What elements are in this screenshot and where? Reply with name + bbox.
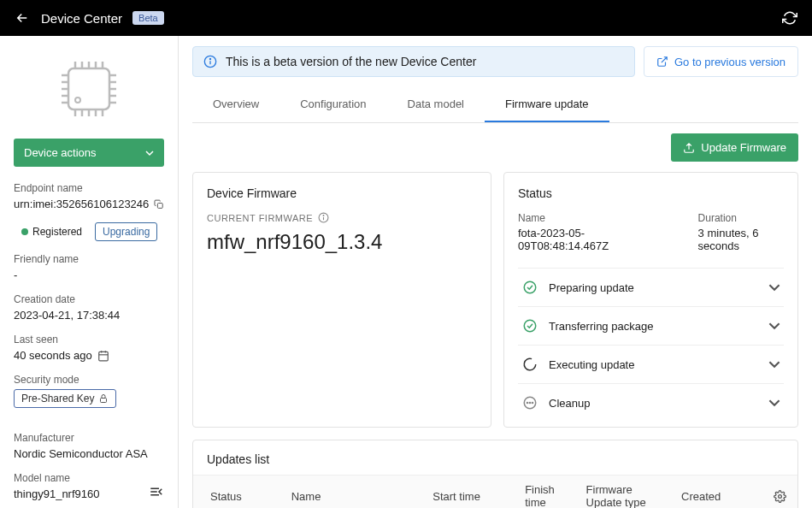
tab-data-model[interactable]: Data model xyxy=(387,87,485,122)
creation-value: 2023-04-21, 17:38:44 xyxy=(14,309,164,322)
step-cleanup[interactable]: Cleanup xyxy=(518,383,784,422)
chevron-down-icon xyxy=(145,149,154,157)
device-firmware-title: Device Firmware xyxy=(207,186,477,200)
registered-chip: Registered xyxy=(14,222,90,241)
collapse-sidebar-button[interactable] xyxy=(149,484,164,499)
model-label: Model name xyxy=(14,472,164,484)
svg-point-37 xyxy=(527,402,527,403)
svg-point-33 xyxy=(323,216,324,216)
svg-point-40 xyxy=(779,494,782,498)
device-actions-dropdown[interactable]: Device actions xyxy=(14,139,164,167)
status-name-label: Name xyxy=(518,212,647,224)
svg-point-34 xyxy=(524,281,536,293)
status-dot-icon xyxy=(21,228,28,235)
status-duration-label: Duration xyxy=(698,212,784,224)
step-preparing[interactable]: Preparing update xyxy=(518,268,784,306)
svg-point-30 xyxy=(209,58,210,59)
beta-badge: Beta xyxy=(132,11,164,25)
upload-icon xyxy=(683,142,695,154)
endpoint-label: Endpoint name xyxy=(14,182,164,194)
upgrading-chip: Upgrading xyxy=(95,222,157,241)
info-icon[interactable] xyxy=(318,212,329,223)
svg-rect-27 xyxy=(101,399,107,403)
current-firmware-label: CURRENT FIRMWARE xyxy=(207,213,313,223)
device-actions-label: Device actions xyxy=(24,146,97,159)
step-transferring[interactable]: Transferring package xyxy=(518,306,784,345)
endpoint-value: urn:imei:352656106123246 xyxy=(14,198,149,210)
back-button[interactable] xyxy=(14,9,31,27)
col-start: Start time xyxy=(422,476,515,509)
security-label: Security mode xyxy=(14,374,164,386)
svg-point-38 xyxy=(529,402,530,403)
lastseen-label: Last seen xyxy=(14,334,164,346)
svg-point-35 xyxy=(524,320,536,332)
col-type: Firmware Update type xyxy=(576,476,671,509)
banner-text: This is a beta version of the new Device… xyxy=(226,55,476,68)
col-status: Status xyxy=(193,476,281,509)
previous-version-link[interactable]: Go to previous version xyxy=(644,46,798,77)
check-circle-icon xyxy=(521,317,538,334)
svg-rect-23 xyxy=(99,351,109,361)
tab-configuration[interactable]: Configuration xyxy=(279,87,386,122)
chevron-down-icon xyxy=(768,397,780,409)
chevron-down-icon xyxy=(768,320,780,332)
col-created: Created xyxy=(671,476,763,509)
spinner-icon xyxy=(521,356,538,373)
firmware-version: mfw_nrf9160_1.3.4 xyxy=(207,230,477,254)
pending-icon xyxy=(521,394,538,411)
col-name: Name xyxy=(281,476,423,509)
security-chip: Pre-Shared Key xyxy=(14,389,116,408)
chevron-down-icon xyxy=(768,358,780,370)
device-chip-icon xyxy=(55,55,123,123)
svg-point-1 xyxy=(75,97,80,103)
calendar-icon xyxy=(97,350,109,362)
svg-point-39 xyxy=(532,402,533,403)
info-icon xyxy=(203,55,217,68)
device-firmware-card: Device Firmware CURRENT FIRMWARE mfw_nrf… xyxy=(192,172,491,428)
status-name-value: fota-2023-05-09T08:48:14.467Z xyxy=(518,227,647,252)
gear-icon xyxy=(774,490,786,503)
lastseen-value: 40 seconds ago xyxy=(14,349,92,362)
svg-rect-22 xyxy=(158,203,163,208)
updates-list-card: Updates list Status Name Start time Fini… xyxy=(192,440,798,508)
table-settings-button[interactable] xyxy=(763,476,797,509)
status-title: Status xyxy=(518,186,784,200)
external-link-icon xyxy=(656,56,668,68)
manufacturer-value: Nordic Semiconductor ASA xyxy=(14,447,164,460)
creation-label: Creation date xyxy=(14,293,164,305)
tab-firmware-update[interactable]: Firmware update xyxy=(485,87,609,122)
lock-icon xyxy=(98,393,109,404)
model-value: thingy91_nrf9160 xyxy=(14,487,164,500)
friendly-label: Friendly name xyxy=(14,253,164,265)
updates-title: Updates list xyxy=(193,452,797,475)
chevron-down-icon xyxy=(768,281,780,293)
col-finish: Finish time xyxy=(515,476,575,509)
friendly-value: - xyxy=(14,269,164,281)
copy-icon[interactable] xyxy=(154,198,164,210)
svg-rect-0 xyxy=(68,68,109,109)
status-card: Status Name fota-2023-05-09T08:48:14.467… xyxy=(503,172,798,428)
manufacturer-label: Manufacturer xyxy=(14,432,164,444)
update-firmware-button[interactable]: Update Firmware xyxy=(671,133,798,162)
step-executing[interactable]: Executing update xyxy=(518,345,784,383)
check-circle-icon xyxy=(521,279,538,296)
tab-overview[interactable]: Overview xyxy=(192,87,279,122)
refresh-button[interactable] xyxy=(781,9,798,27)
beta-banner: This is a beta version of the new Device… xyxy=(192,46,635,77)
status-duration-value: 3 minutes, 6 seconds xyxy=(698,227,784,252)
page-title: Device Center xyxy=(41,11,122,26)
